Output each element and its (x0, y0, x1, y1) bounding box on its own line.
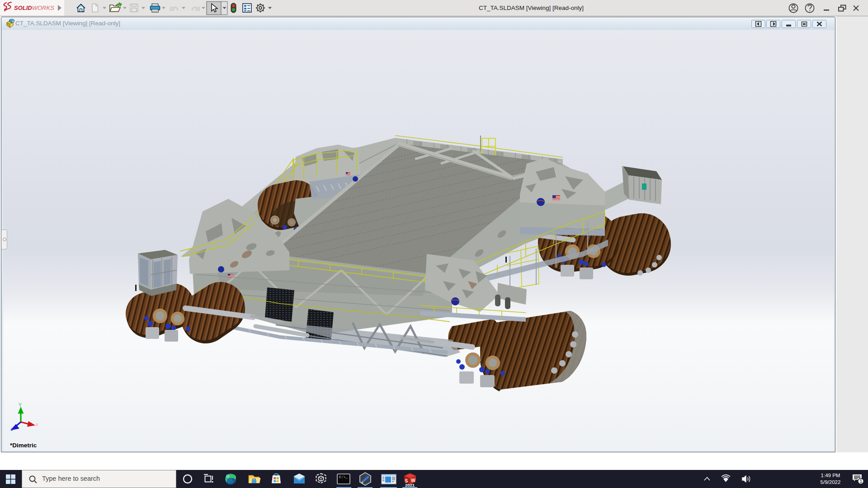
svg-text:C:\_: C:\_ (339, 475, 348, 479)
svg-text:2021: 2021 (405, 483, 415, 488)
svg-text:SOLIDWORKS: SOLIDWORKS (14, 5, 54, 11)
svg-text:W: W (411, 478, 415, 483)
svg-text:1: 1 (859, 479, 862, 484)
